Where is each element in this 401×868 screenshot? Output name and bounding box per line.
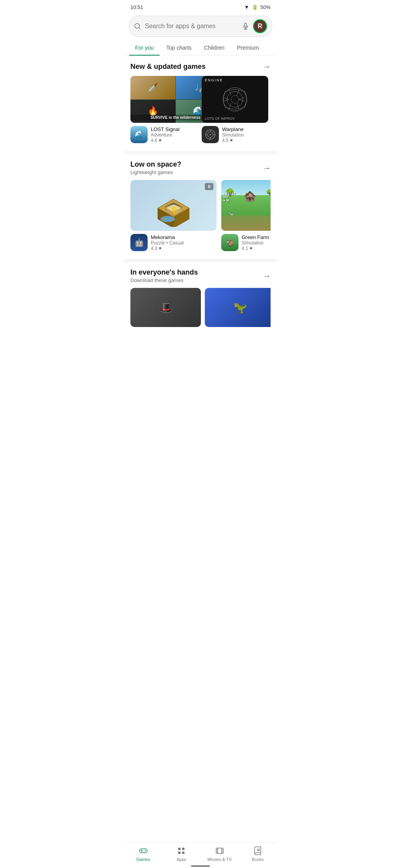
lost-signal-star: ★ bbox=[158, 138, 162, 143]
low-space-title: Low on space? bbox=[130, 160, 181, 169]
lost-signal-genre: Adventure bbox=[151, 132, 197, 138]
in-hands-section: In everyone's hands Download these games… bbox=[124, 262, 277, 358]
green-farm-text: Green Farm Simulation 4.1 ★ bbox=[242, 234, 271, 251]
svg-point-6 bbox=[231, 95, 239, 103]
time: 10:51 bbox=[130, 4, 143, 10]
green-farm-name: Green Farm bbox=[242, 234, 271, 240]
lost-signal-icon: 🌊 bbox=[130, 126, 148, 143]
in-hands-title-block: In everyone's hands Download these games bbox=[130, 268, 198, 283]
mekorama-star: ★ bbox=[158, 246, 162, 251]
mic-icon[interactable] bbox=[242, 23, 249, 30]
lost-signal-rating: 4.6 ★ bbox=[151, 138, 197, 143]
engine-improve-label: LOTS OF IMPROV bbox=[205, 117, 235, 120]
mekorama-text: Mekorama Puzzle • Casual 4.3 ★ bbox=[151, 234, 217, 251]
battery-icon: 🔋 bbox=[252, 4, 258, 10]
mekorama-rating: 4.3 ★ bbox=[151, 246, 217, 251]
warplane-card[interactable]: ENGINE LOTS OF IMPROV bbox=[202, 76, 268, 143]
new-games-title: New & updated games bbox=[130, 63, 206, 71]
tab-for-you[interactable]: For you bbox=[129, 40, 160, 56]
low-space-header: Low on space? Lightweight games → bbox=[130, 160, 271, 175]
tab-top-charts[interactable]: Top charts bbox=[160, 40, 198, 56]
svg-rect-23 bbox=[173, 211, 175, 214]
svg-line-1 bbox=[139, 27, 140, 29]
mekorama-banner: ⏸ bbox=[130, 180, 217, 231]
svg-point-21 bbox=[161, 216, 175, 222]
in-hands-arrow[interactable]: → bbox=[263, 271, 271, 280]
low-space-subtitle: Lightweight games bbox=[130, 169, 181, 175]
status-bar: 10:51 ▼ 🔋 50% bbox=[124, 0, 277, 13]
warplane-icon bbox=[202, 126, 219, 143]
farm-banner: 🌳 🌳 🏚️ 🐄 + 611,67 862 ● 50 bbox=[221, 180, 271, 231]
green-farm-icon-img: 🐐 bbox=[221, 234, 238, 251]
green-farm-info: 🐐 Green Farm Simulation 4.1 ★ bbox=[221, 234, 271, 251]
warplane-rating: 4.5 ★ bbox=[222, 138, 268, 143]
svg-point-22 bbox=[172, 207, 176, 211]
new-games-section: New & updated games → 🗡️ 🎣 🔥 🌊 SURVIVE i… bbox=[124, 56, 277, 149]
lost-signal-name: LOST Signal bbox=[151, 126, 197, 132]
avatar[interactable]: R bbox=[253, 19, 267, 33]
engine-svg bbox=[217, 84, 253, 115]
svg-point-9 bbox=[210, 134, 211, 135]
lost-signal-text: LOST Signal Adventure 4.6 ★ bbox=[151, 126, 197, 143]
in-hands-card-2[interactable]: 🦖 bbox=[205, 288, 271, 327]
search-input[interactable] bbox=[145, 23, 238, 30]
lost-signal-card[interactable]: 🗡️ 🎣 🔥 🌊 SURVIVE in the wilderness 🌊 LOS… bbox=[130, 76, 197, 143]
warplane-banner: ENGINE LOTS OF IMPROV bbox=[202, 76, 268, 123]
green-farm-star: ★ bbox=[249, 246, 253, 251]
low-space-cards: ⏸ bbox=[130, 180, 271, 257]
new-games-cards: 🗡️ 🎣 🔥 🌊 SURVIVE in the wilderness 🌊 LOS… bbox=[130, 76, 271, 149]
green-farm-genre: Simulation bbox=[242, 240, 271, 246]
low-space-title-block: Low on space? Lightweight games bbox=[130, 160, 181, 175]
new-games-header: New & updated games → bbox=[130, 62, 271, 71]
engine-label: ENGINE bbox=[205, 78, 223, 82]
svg-point-5 bbox=[227, 92, 243, 107]
mekorama-name: Mekorama bbox=[151, 234, 217, 240]
in-hands-title: In everyone's hands bbox=[130, 268, 198, 277]
warplane-info: Warplane Simulation 4.5 ★ bbox=[202, 126, 268, 143]
mekorama-icon-img: 🤖 bbox=[130, 234, 148, 251]
low-space-arrow[interactable]: → bbox=[263, 164, 271, 173]
battery-level: 50% bbox=[260, 4, 271, 10]
in-hands-header: In everyone's hands Download these games… bbox=[130, 268, 271, 283]
green-farm-card[interactable]: 🌳 🌳 🏚️ 🐄 + 611,67 862 ● 50 bbox=[221, 180, 271, 251]
green-farm-rating: 4.1 ★ bbox=[242, 246, 271, 251]
warplane-text: Warplane Simulation 4.5 ★ bbox=[222, 126, 268, 143]
pause-badge: ⏸ bbox=[205, 183, 213, 190]
wifi-icon: ▼ bbox=[244, 4, 249, 10]
tabs-bar: For you Top charts Children Premium bbox=[124, 40, 277, 56]
warplane-star: ★ bbox=[229, 138, 233, 143]
in-hands-preview: 🎩 🦖 bbox=[130, 288, 271, 358]
divider-2 bbox=[124, 259, 277, 262]
search-bar[interactable]: R bbox=[129, 16, 272, 37]
warplane-name: Warplane bbox=[222, 126, 268, 132]
warplane-genre: Simulation bbox=[222, 132, 268, 138]
mekorama-card[interactable]: ⏸ bbox=[130, 180, 217, 251]
in-hands-subtitle: Download these games bbox=[130, 277, 198, 283]
svg-point-4 bbox=[223, 88, 247, 111]
search-icon bbox=[134, 23, 141, 30]
in-hands-card-1[interactable]: 🎩 bbox=[130, 288, 201, 327]
mekorama-genre: Puzzle • Casual bbox=[151, 240, 217, 246]
mekorama-info: 🤖 Mekorama Puzzle • Casual 4.3 ★ bbox=[130, 234, 217, 251]
tab-children[interactable]: Children bbox=[198, 40, 231, 56]
tab-premium[interactable]: Premium bbox=[231, 40, 265, 56]
lost-signal-info: 🌊 LOST Signal Adventure 4.6 ★ bbox=[130, 126, 197, 143]
new-games-arrow[interactable]: → bbox=[263, 62, 271, 71]
mekorama-svg bbox=[146, 184, 201, 227]
divider-1 bbox=[124, 151, 277, 154]
low-space-section: Low on space? Lightweight games → ⏸ bbox=[124, 154, 277, 257]
status-icons: ▼ 🔋 50% bbox=[244, 4, 271, 10]
